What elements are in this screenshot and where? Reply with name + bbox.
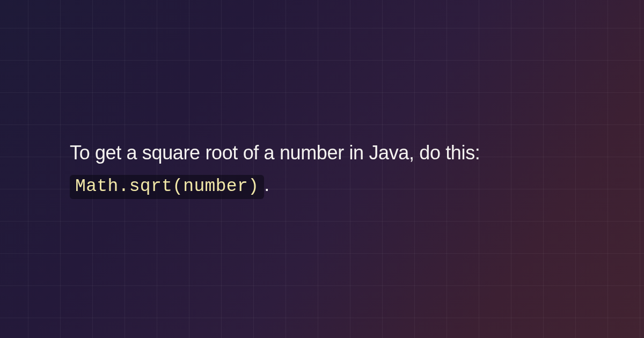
code-snippet: Math.sqrt(number) [70, 175, 264, 199]
text-before-code: To get a square root of a number in Java… [70, 142, 480, 164]
text-after-code: . [264, 173, 269, 195]
instruction-text: To get a square root of a number in Java… [70, 137, 574, 202]
content-container: To get a square root of a number in Java… [0, 0, 644, 338]
